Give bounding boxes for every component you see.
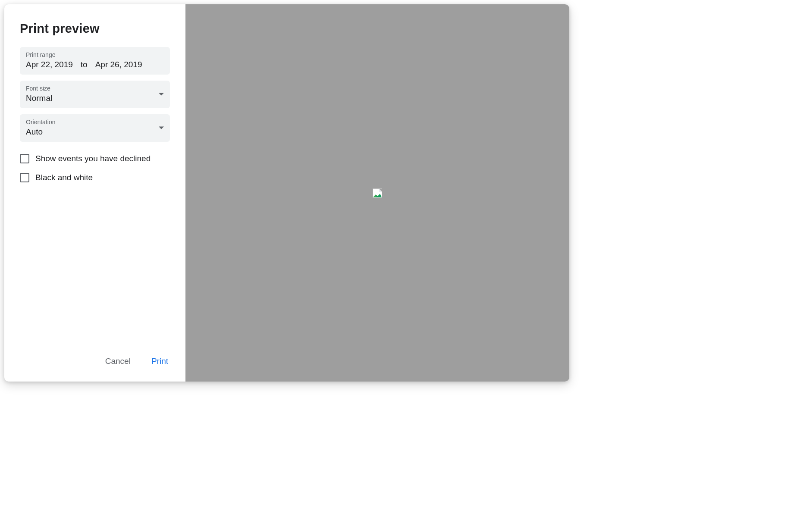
font-size-label: Font size bbox=[26, 85, 164, 92]
black-and-white-label: Black and white bbox=[35, 173, 93, 182]
checkbox-icon[interactable] bbox=[20, 173, 29, 182]
broken-image-icon bbox=[373, 188, 382, 198]
black-and-white-checkbox-row[interactable]: Black and white bbox=[20, 173, 170, 182]
print-preview-dialog: Print preview Print range Apr 22, 2019 t… bbox=[4, 4, 569, 382]
show-declined-label: Show events you have declined bbox=[35, 154, 151, 163]
orientation-label: Orientation bbox=[26, 119, 164, 125]
chevron-down-icon bbox=[159, 92, 164, 97]
print-button[interactable]: Print bbox=[150, 353, 170, 369]
flex-spacer bbox=[20, 186, 170, 346]
print-range-start-date[interactable]: Apr 22, 2019 bbox=[26, 60, 73, 69]
print-range-values: Apr 22, 2019 to Apr 26, 2019 bbox=[26, 60, 164, 69]
print-range-field[interactable]: Print range Apr 22, 2019 to Apr 26, 2019 bbox=[20, 47, 170, 75]
orientation-value: Auto bbox=[26, 127, 164, 137]
dialog-title: Print preview bbox=[20, 22, 170, 36]
cancel-button[interactable]: Cancel bbox=[104, 353, 132, 369]
print-options-sidebar: Print preview Print range Apr 22, 2019 t… bbox=[4, 4, 185, 382]
orientation-select[interactable]: Orientation Auto bbox=[20, 114, 170, 142]
show-declined-checkbox-row[interactable]: Show events you have declined bbox=[20, 154, 170, 163]
print-range-separator: to bbox=[81, 60, 88, 69]
checkbox-icon[interactable] bbox=[20, 154, 29, 163]
dialog-footer: Cancel Print bbox=[20, 346, 170, 369]
chevron-down-icon bbox=[159, 125, 164, 131]
print-range-label: Print range bbox=[26, 51, 164, 58]
font-size-select[interactable]: Font size Normal bbox=[20, 81, 170, 108]
font-size-value: Normal bbox=[26, 94, 164, 103]
preview-pane bbox=[185, 4, 569, 382]
print-range-end-date[interactable]: Apr 26, 2019 bbox=[95, 60, 142, 69]
